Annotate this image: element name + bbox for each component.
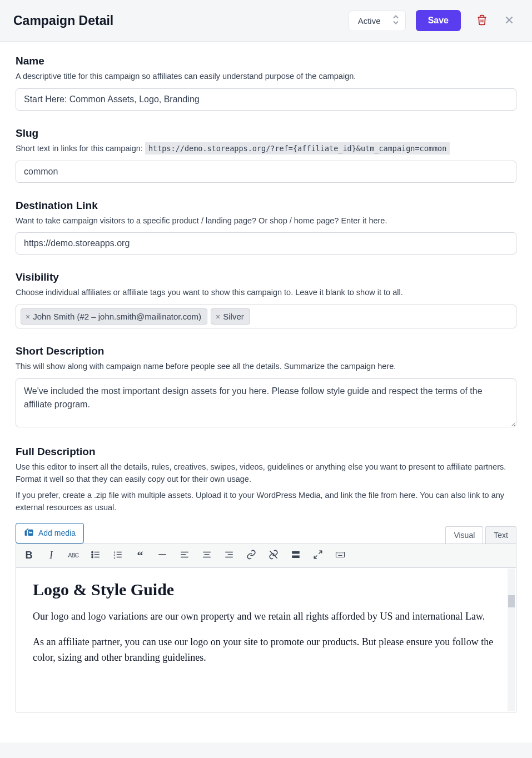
- trash-icon: [476, 14, 488, 27]
- full-desc-help1: Use this editor to insert all the detail…: [16, 461, 516, 486]
- editor-content[interactable]: Logo & Style Guide Our logo and logo var…: [16, 568, 516, 712]
- add-media-button[interactable]: Add media: [16, 523, 84, 543]
- quote-icon: “: [137, 548, 143, 563]
- page-header: Campaign Detail Active Save: [0, 0, 532, 42]
- delete-button[interactable]: [473, 11, 491, 31]
- close-button[interactable]: [500, 11, 519, 31]
- short-desc-textarea[interactable]: We've included the most important design…: [16, 378, 516, 427]
- slug-help-prefix: Short text in links for this campaign:: [16, 144, 145, 153]
- svg-rect-25: [292, 551, 300, 554]
- status-select-wrap: Active: [349, 11, 406, 31]
- visibility-label: Visibility: [16, 271, 516, 283]
- italic-button[interactable]: I: [44, 548, 58, 563]
- name-input[interactable]: [16, 88, 516, 111]
- bullet-list-icon: [91, 550, 101, 561]
- editor-tabs: Visual Text: [445, 526, 516, 543]
- align-right-icon: [224, 550, 234, 561]
- editor-paragraph: Our logo and logo variations are our own…: [33, 609, 499, 625]
- page-title: Campaign Detail: [13, 13, 349, 28]
- keyboard-icon: [335, 550, 346, 561]
- media-icon: [24, 527, 34, 539]
- align-left-button[interactable]: [177, 548, 192, 563]
- visibility-field-group: Visibility Choose individual affiliates …: [16, 271, 516, 328]
- short-desc-label: Short Description: [16, 345, 516, 357]
- slug-input[interactable]: [16, 161, 516, 183]
- strikethrough-button[interactable]: ABC: [66, 548, 81, 563]
- visibility-tag-label: John Smith (#2 – john.smith@mailinator.c…: [33, 312, 201, 321]
- visibility-tag-label: Silver: [223, 312, 244, 321]
- slug-help: Short text in links for this campaign: h…: [16, 143, 516, 155]
- align-right-button[interactable]: [222, 548, 236, 563]
- name-help: A descriptive title for this campaign so…: [16, 71, 516, 83]
- name-field-group: Name A descriptive title for this campai…: [16, 55, 516, 111]
- link-button[interactable]: [244, 548, 258, 563]
- destination-field-group: Destination Link Want to take campaign v…: [16, 200, 516, 255]
- svg-point-3: [92, 554, 93, 555]
- svg-rect-26: [292, 556, 300, 558]
- bold-icon: B: [26, 550, 33, 561]
- hr-button[interactable]: [155, 548, 170, 563]
- visibility-tag: × Silver: [211, 308, 250, 325]
- full-desc-label: Full Description: [16, 446, 516, 458]
- tab-visual[interactable]: Visual: [445, 526, 483, 543]
- svg-line-28: [314, 556, 317, 558]
- align-left-icon: [180, 550, 190, 561]
- editor-wrap: B I ABC 123 “ Logo & Style: [16, 543, 516, 712]
- svg-rect-29: [336, 552, 345, 557]
- bullet-list-button[interactable]: [88, 548, 103, 563]
- form-body: Name A descriptive title for this campai…: [0, 42, 532, 742]
- destination-input[interactable]: [16, 232, 516, 255]
- blockquote-button[interactable]: “: [133, 548, 147, 563]
- visibility-tags-input[interactable]: × John Smith (#2 – john.smith@mailinator…: [16, 305, 516, 328]
- svg-point-4: [92, 557, 93, 558]
- status-select[interactable]: Active: [349, 11, 406, 31]
- name-label: Name: [16, 55, 516, 67]
- fullscreen-icon: [313, 550, 323, 561]
- fullscreen-button[interactable]: [311, 548, 325, 563]
- readmore-icon: [291, 550, 301, 561]
- align-center-icon: [202, 550, 212, 561]
- tag-remove-icon[interactable]: ×: [216, 312, 220, 321]
- destination-help: Want to take campaign visitors to a spec…: [16, 215, 516, 227]
- editor-paragraph: As an affiliate partner, you can use our…: [33, 635, 499, 666]
- align-center-button[interactable]: [200, 548, 214, 563]
- full-desc-help2: If you prefer, create a .zip file with m…: [16, 490, 516, 514]
- destination-label: Destination Link: [16, 200, 516, 212]
- close-icon: [503, 14, 515, 28]
- toolbar-toggle-button[interactable]: [333, 548, 347, 563]
- scrollbar-track[interactable]: [508, 568, 515, 711]
- ordered-list-icon: 123: [113, 550, 123, 561]
- full-desc-field-group: Full Description Use this editor to inse…: [16, 446, 516, 712]
- short-desc-field-group: Short Description This will show along w…: [16, 345, 516, 429]
- strikethrough-icon: ABC: [68, 552, 78, 558]
- italic-icon: I: [49, 550, 53, 561]
- editor-heading: Logo & Style Guide: [33, 580, 499, 599]
- svg-point-2: [92, 552, 93, 553]
- short-desc-help: This will show along with campaign name …: [16, 361, 516, 373]
- svg-text:3: 3: [114, 556, 116, 560]
- unlink-icon: [269, 550, 279, 561]
- tab-text[interactable]: Text: [485, 526, 516, 543]
- slug-field-group: Slug Short text in links for this campai…: [16, 127, 516, 183]
- ordered-list-button[interactable]: 123: [111, 548, 125, 563]
- scrollbar-thumb[interactable]: [508, 595, 515, 607]
- visibility-help: Choose individual affiliates or affiliat…: [16, 287, 516, 299]
- editor-toolbar: B I ABC 123 “: [16, 543, 516, 568]
- hr-icon: [157, 550, 167, 561]
- link-icon: [246, 550, 256, 561]
- svg-line-27: [319, 551, 322, 554]
- tag-remove-icon[interactable]: ×: [26, 312, 30, 321]
- add-media-label: Add media: [38, 528, 76, 537]
- slug-label: Slug: [16, 127, 516, 139]
- unlink-button[interactable]: [266, 548, 281, 563]
- readmore-button[interactable]: [289, 548, 303, 563]
- bold-button[interactable]: B: [22, 548, 36, 563]
- save-button[interactable]: Save: [416, 10, 461, 31]
- visibility-tag: × John Smith (#2 – john.smith@mailinator…: [21, 308, 207, 325]
- slug-url-sample: https://demo.storeapps.org/?ref={affilia…: [145, 142, 450, 154]
